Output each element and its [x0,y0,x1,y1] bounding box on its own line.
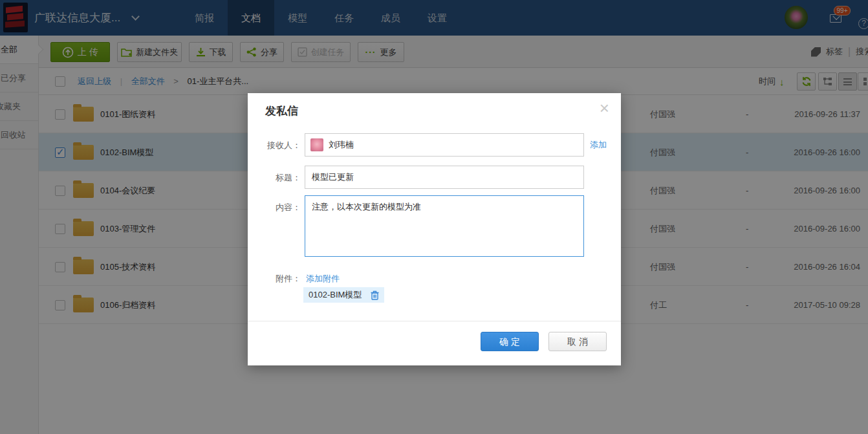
attachment-name: 0102-BIM模型 [309,289,362,301]
recipient-avatar [310,138,323,151]
attachment-item: 0102-BIM模型 [303,287,384,303]
subject-field[interactable]: 模型已更新 [305,166,584,189]
recipient-name: 刘玮楠 [329,134,354,156]
send-message-dialog: 发私信 × 接收人： 刘玮楠 添加 标题： 模型已更新 内容： 附件： 添加附件… [248,93,621,365]
attachment-label: 附件： [248,273,301,285]
confirm-button[interactable]: 确 定 [481,332,539,351]
add-attachment-link[interactable]: 添加附件 [306,273,340,285]
add-recipient-link[interactable]: 添加 [590,133,607,157]
app-screen: 广联达信息大厦... 简报 文档 模型 任务 成员 设置 99+ ? 上 传 [0,0,868,434]
content-field[interactable] [305,195,584,257]
dialog-title: 发私信 [265,103,298,118]
footer-divider [248,321,621,321]
cancel-button[interactable]: 取 消 [548,332,607,351]
delete-attachment-button[interactable] [371,290,379,300]
close-icon[interactable]: × [600,98,609,118]
trash-icon [371,290,379,300]
recipient-field[interactable]: 刘玮楠 [305,133,584,157]
recipient-label: 接收人： [248,140,301,151]
content-label: 内容： [248,202,301,213]
subject-label: 标题： [248,172,301,184]
